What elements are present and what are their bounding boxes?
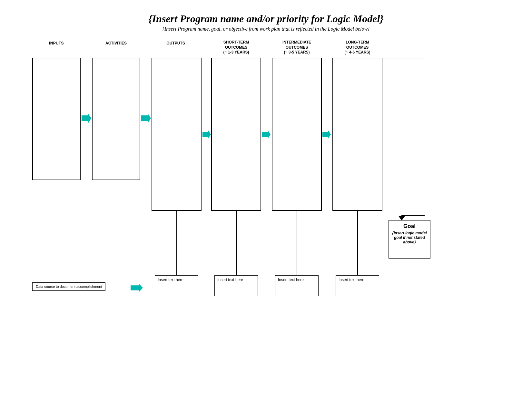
vert-line-intermediate [297,211,297,275]
arrow-inputs-activities [82,113,91,123]
short-bottom-box[interactable]: Insert text here [214,275,258,296]
vert-line-outputs [176,211,177,275]
long-bottom-box[interactable]: Insert text here [336,275,379,296]
title-section: {Insert Program name and/or priority for… [19,13,513,32]
line-top-right [382,58,424,58]
arrow-activities-outputs [141,113,151,123]
page: {Insert Program name and/or priority for… [0,0,532,411]
subtitle: {Insert Program name, goal, or objective… [19,26,513,32]
intermediate-bottom-text: Insert text here [278,278,304,282]
col-header-activities: ACTIVITIES [92,40,140,46]
goal-box: Goal {Insert logic model goal if not sta… [389,220,430,259]
col-header-inputs: inputs [32,40,81,46]
vert-line-short [236,211,237,275]
col-header-intermediate: INTERMEDIATEOUTCOMES(~ 3-5 years) [272,40,322,55]
inputs-box [32,58,81,180]
arrow-data-source [131,284,143,292]
arrow-outputs-short [202,130,211,139]
outputs-bottom-box[interactable]: Insert text here [155,275,198,296]
data-source-text: Data source to document accomplishment [36,285,102,289]
data-source-box: Data source to document accomplishment [32,282,105,291]
outputs-bottom-text: Insert text here [158,278,183,282]
line-right-vertical [424,58,424,216]
vert-line-long [357,211,358,275]
col-header-outputs: OUTPUTS [152,40,200,46]
col-header-long-term: LONG-TERMOUTCOMES(~ 4-6 years) [332,40,382,55]
intermediate-bottom-box[interactable]: Insert text here [275,275,319,296]
diagram-container: inputs ACTIVITIES OUTPUTS SHORT-TERMOUTC… [19,40,513,362]
arrow-intermediate-long [322,130,331,139]
long-term-box [332,58,382,211]
col-header-short-term: SHORT-TERMOUTCOMES(~ 1-3 years) [211,40,261,55]
goal-subtext: {Insert logic model goal if not stated a… [392,231,427,244]
intermediate-box [272,58,322,211]
arrow-short-intermediate [262,130,271,139]
long-bottom-text: Insert text here [339,278,364,282]
main-title: {Insert Program name and/or priority for… [19,13,513,25]
short-term-box [211,58,261,211]
activities-box [92,58,140,180]
outputs-box [152,58,202,211]
goal-label: Goal [392,223,427,230]
short-bottom-text: Insert text here [217,278,243,282]
